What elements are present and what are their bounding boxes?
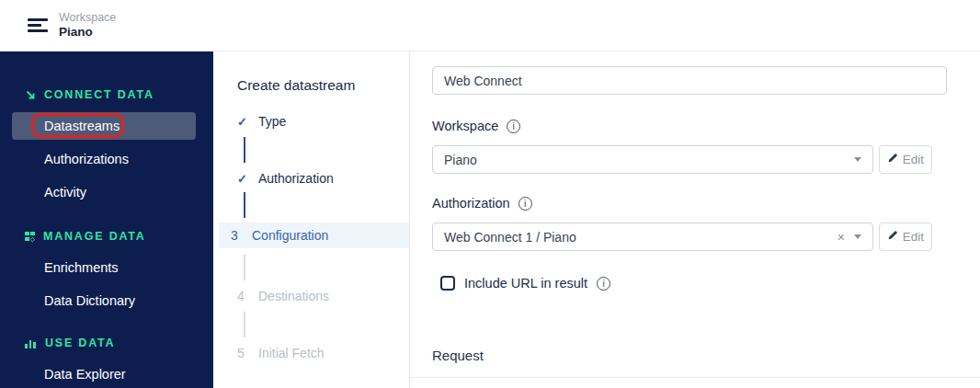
- check-icon: ✓: [237, 172, 258, 186]
- wizard-step-destinations[interactable]: 4 Destinations: [237, 287, 409, 305]
- chevron-down-icon: [854, 234, 861, 239]
- workspace-field-label-row: Workspace i: [432, 119, 980, 133]
- top-bar: Workspace Piano: [0, 0, 980, 51]
- chevron-down-icon: [854, 157, 861, 162]
- info-icon[interactable]: i: [507, 120, 520, 133]
- section-label: MANAGE DATA: [43, 230, 146, 243]
- sidebar-item-label: Data Dictionary: [44, 293, 135, 308]
- clear-icon[interactable]: ×: [838, 230, 845, 245]
- section-label: USE DATA: [45, 337, 115, 349]
- sidebar-item-datastreams[interactable]: Datastreams: [12, 112, 196, 140]
- check-icon: ✓: [237, 115, 258, 129]
- pencil-icon: [887, 230, 898, 244]
- sidebar-item-authorizations[interactable]: Authorizations: [0, 145, 213, 173]
- step-connector: [244, 312, 245, 337]
- step-label: Initial Fetch: [258, 346, 325, 360]
- hamburger-bar: [28, 24, 41, 27]
- authorization-edit-button[interactable]: Edit: [879, 223, 932, 251]
- section-divider: [410, 377, 980, 378]
- wizard-step-configuration[interactable]: 3 Configuration: [219, 223, 409, 248]
- pencil-icon: [887, 153, 898, 166]
- hamburger-menu-icon[interactable]: [28, 18, 48, 32]
- sidebar-item-data-dictionary[interactable]: Data Dictionary: [0, 287, 213, 314]
- sidebar-item-label: Authorizations: [44, 152, 129, 166]
- info-icon[interactable]: i: [597, 277, 610, 291]
- step-label: Type: [258, 114, 286, 129]
- authorization-select-value: Web Connect 1 / Piano: [444, 230, 838, 245]
- wizard-step-authorization[interactable]: ✓ Authorization: [237, 169, 409, 188]
- step-connector: [244, 137, 245, 163]
- request-section-heading: Request: [432, 348, 980, 363]
- authorization-field-label: Authorization: [432, 196, 510, 211]
- info-icon[interactable]: i: [518, 197, 532, 211]
- sidebar-item-label: Datastreams: [44, 119, 120, 133]
- sidebar-item-data-explorer[interactable]: Data Explorer: [0, 360, 213, 388]
- main-layout: CONNECT DATA Datastreams Authorizations …: [0, 51, 980, 388]
- section-label: CONNECT DATA: [44, 88, 154, 101]
- authorization-select[interactable]: Web Connect 1 / Piano ×: [432, 223, 873, 251]
- step-number: 4: [237, 289, 258, 303]
- sidebar-item-label: Data Explorer: [44, 367, 126, 382]
- sidebar-item-enrichments[interactable]: Enrichments: [0, 254, 213, 281]
- hamburger-bar: [28, 18, 48, 21]
- step-connector: [244, 255, 245, 280]
- wizard-panel: Create datastream ✓ Type ✓ Authorization…: [213, 51, 410, 388]
- include-url-checkbox[interactable]: [440, 276, 455, 291]
- datastream-name-input[interactable]: [432, 66, 947, 95]
- workspace-switcher: Workspace Piano: [59, 11, 116, 40]
- workspace-name: Piano: [59, 25, 116, 40]
- sidebar-item-label: Enrichments: [44, 260, 119, 275]
- step-label: Destinations: [258, 289, 329, 303]
- hamburger-bar: [28, 29, 48, 32]
- sidebar-section-manage-data: MANAGE DATA: [0, 228, 213, 245]
- step-label: Authorization: [258, 171, 334, 186]
- step-number: 3: [231, 228, 252, 243]
- wizard-step-initial-fetch[interactable]: 5 Initial Fetch: [237, 344, 409, 362]
- sidebar-section-connect-data: CONNECT DATA: [0, 86, 213, 103]
- workspace-select-value: Piano: [444, 153, 854, 167]
- sidebar-item-activity[interactable]: Activity: [0, 178, 213, 206]
- step-connector: [244, 192, 245, 218]
- sidebar-section-use-data: USE DATA: [0, 335, 213, 351]
- include-url-label: Include URL in result: [464, 276, 587, 291]
- workspace-edit-button[interactable]: Edit: [879, 145, 932, 174]
- workspace-select[interactable]: Piano: [432, 145, 873, 174]
- wizard-title: Create datastream: [237, 77, 409, 94]
- edit-button-label: Edit: [903, 230, 924, 244]
- include-url-row: Include URL in result i: [432, 276, 980, 291]
- workspace-field-label: Workspace: [432, 119, 498, 133]
- step-number: 5: [237, 346, 258, 360]
- sidebar: CONNECT DATA Datastreams Authorizations …: [0, 51, 213, 388]
- bar-chart-icon: [25, 338, 37, 348]
- workspace-label: Workspace: [59, 11, 116, 24]
- authorization-select-row: Web Connect 1 / Piano × Edit: [432, 223, 980, 251]
- edit-button-label: Edit: [903, 153, 924, 166]
- step-label: Configuration: [252, 228, 328, 243]
- grid-icon: [25, 232, 35, 242]
- sidebar-item-label: Activity: [44, 185, 86, 200]
- workspace-select-row: Piano Edit: [432, 145, 980, 174]
- authorization-field-label-row: Authorization i: [432, 196, 980, 211]
- wizard-step-type[interactable]: ✓ Type: [237, 112, 409, 131]
- arrow-down-right-icon: [25, 89, 36, 100]
- configuration-form: Workspace i Piano Edit Authorization i W…: [410, 51, 980, 388]
